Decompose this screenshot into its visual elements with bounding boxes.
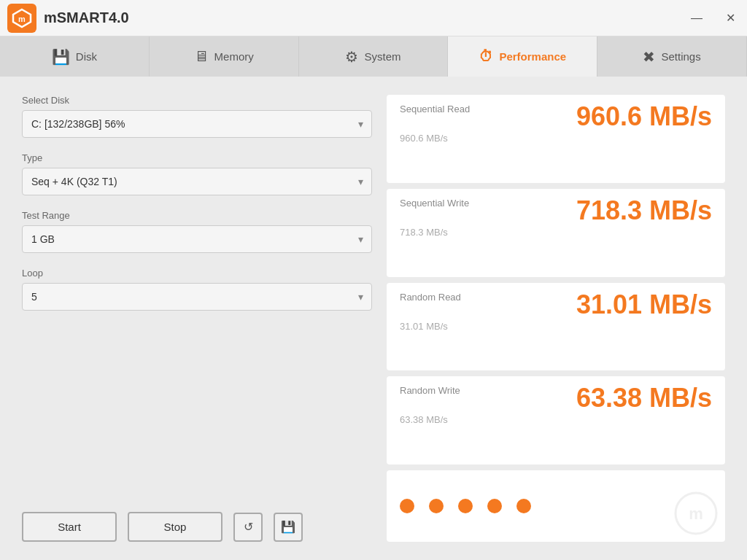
tab-system[interactable]: ⚙ System <box>299 36 449 77</box>
memory-icon: 🖥 <box>194 48 209 65</box>
rand-read-value-large: 31.01 MB/s <box>576 292 712 318</box>
button-row: Start Stop ↺ 💾 <box>22 505 372 542</box>
seq-write-label: Sequential Write <box>400 198 469 209</box>
seq-read-value-small: 960.6 MB/s <box>400 133 712 144</box>
minimize-button[interactable]: — <box>680 0 713 36</box>
tab-settings-label: Settings <box>661 50 700 63</box>
app-logo: m <box>7 4 36 33</box>
loop-label: Loop <box>22 268 372 279</box>
type-input[interactable]: Seq + 4K (Q32 T1) <box>22 168 372 195</box>
close-button[interactable]: ✕ <box>713 0 747 36</box>
metric-rand-read-header: Random Read 31.01 MB/s <box>400 292 712 318</box>
tab-disk[interactable]: 💾 Disk <box>0 36 150 77</box>
stop-button[interactable]: Stop <box>128 512 222 542</box>
save-button[interactable]: 💾 <box>274 513 303 542</box>
rand-write-label: Random Write <box>400 385 460 396</box>
dots-card: m <box>387 470 725 542</box>
settings-icon: ✖ <box>643 48 655 66</box>
type-label: Type <box>22 152 372 163</box>
metric-sequential-read: Sequential Read 960.6 MB/s 960.6 MB/s <box>387 95 725 183</box>
seq-write-value-small: 718.3 MB/s <box>400 227 712 238</box>
title-bar: m mSMART4.0 — ✕ <box>0 0 747 36</box>
logo-icon: m <box>12 8 32 28</box>
watermark: m <box>674 491 718 538</box>
metric-random-read: Random Read 31.01 MB/s 31.01 MB/s <box>387 283 725 371</box>
metric-random-write: Random Write 63.38 MB/s 63.38 MB/s <box>387 376 725 464</box>
start-button[interactable]: Start <box>22 512 117 542</box>
test-range-label: Test Range <box>22 210 372 221</box>
seq-read-value-large: 960.6 MB/s <box>576 104 712 130</box>
dot-3 <box>458 499 473 513</box>
test-range-group: Test Range 1 GB <box>22 210 372 253</box>
rand-read-value-small: 31.01 MB/s <box>400 321 712 332</box>
rand-read-label: Random Read <box>400 292 461 303</box>
refresh-icon: ↺ <box>244 520 253 534</box>
dot-2 <box>429 499 444 513</box>
select-disk-label: Select Disk <box>22 95 372 106</box>
save-icon: 💾 <box>281 520 295 534</box>
app-title: mSMART4.0 <box>44 9 129 26</box>
tab-bar: 💾 Disk 🖥 Memory ⚙ System ⏱ Performance ✖… <box>0 36 747 77</box>
performance-icon: ⏱ <box>479 48 493 65</box>
loop-input[interactable]: 5 <box>22 283 372 311</box>
tab-performance-label: Performance <box>499 50 566 63</box>
left-panel: Select Disk C: [132/238GB] 56% Type Seq … <box>22 95 372 542</box>
select-disk-group: Select Disk C: [132/238GB] 56% <box>22 95 372 138</box>
svg-text:m: m <box>689 505 703 523</box>
dot-4 <box>487 499 502 513</box>
refresh-button[interactable]: ↺ <box>233 513 263 542</box>
tab-memory[interactable]: 🖥 Memory <box>150 36 299 77</box>
metric-rand-write-header: Random Write 63.38 MB/s <box>400 385 712 411</box>
title-bar-buttons: — ✕ <box>680 0 747 36</box>
right-panel: Sequential Read 960.6 MB/s 960.6 MB/s Se… <box>387 95 725 542</box>
loop-wrapper: 5 <box>22 283 372 311</box>
metric-seq-write-header: Sequential Write 718.3 MB/s <box>400 198 712 224</box>
rand-write-value-large: 63.38 MB/s <box>576 385 712 411</box>
tab-disk-label: Disk <box>76 50 97 63</box>
tab-performance[interactable]: ⏱ Performance <box>448 36 597 77</box>
disk-icon: 💾 <box>52 48 70 66</box>
metric-sequential-write: Sequential Write 718.3 MB/s 718.3 MB/s <box>387 189 725 277</box>
select-disk-input[interactable]: C: [132/238GB] 56% <box>22 110 372 138</box>
seq-read-label: Sequential Read <box>400 104 470 114</box>
tab-system-label: System <box>364 50 400 63</box>
dot-5 <box>516 499 531 513</box>
dot-1 <box>400 499 414 513</box>
type-group: Type Seq + 4K (Q32 T1) <box>22 152 372 195</box>
system-icon: ⚙ <box>345 48 358 66</box>
select-disk-wrapper: C: [132/238GB] 56% <box>22 110 372 138</box>
svg-text:m: m <box>18 15 26 23</box>
type-wrapper: Seq + 4K (Q32 T1) <box>22 168 372 195</box>
watermark-icon: m <box>674 491 718 535</box>
seq-write-value-large: 718.3 MB/s <box>576 198 712 224</box>
test-range-wrapper: 1 GB <box>22 225 372 253</box>
tab-memory-label: Memory <box>214 50 254 63</box>
test-range-input[interactable]: 1 GB <box>22 225 372 253</box>
tab-settings[interactable]: ✖ Settings <box>597 36 747 77</box>
title-bar-left: m mSMART4.0 <box>7 4 129 33</box>
loop-group: Loop 5 <box>22 268 372 311</box>
metric-seq-read-header: Sequential Read 960.6 MB/s <box>400 104 712 130</box>
main-content: Select Disk C: [132/238GB] 56% Type Seq … <box>0 77 747 560</box>
rand-write-value-small: 63.38 MB/s <box>400 414 712 425</box>
